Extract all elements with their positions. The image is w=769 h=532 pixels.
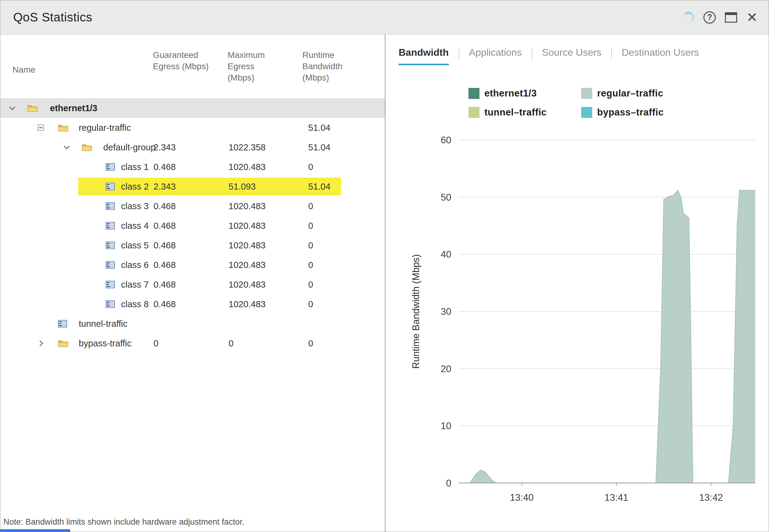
row-label: default-group xyxy=(103,138,156,157)
runtime-value: 0 xyxy=(308,157,313,177)
svg-text:40: 40 xyxy=(441,249,451,260)
maximum-value: 1020.483 xyxy=(228,236,266,255)
chart-area: 010203040506013:4013:4113:42Runtime Band… xyxy=(386,35,769,532)
class-stats-icon xyxy=(106,281,115,289)
row-label: class 2 xyxy=(121,177,149,196)
column-header-guaranteed-egress: Guaranteed Egress (Mbps) xyxy=(153,49,209,72)
maximum-value: 0 xyxy=(228,334,233,353)
folder-icon xyxy=(58,124,68,132)
runtime-value: 0 xyxy=(308,294,313,314)
runtime-value: 51.04 xyxy=(308,138,330,157)
tree-row-class-5[interactable]: class 50.4681020.4830 xyxy=(0,236,385,255)
tree-row-regular-traffic[interactable]: regular-traffic51.04 xyxy=(0,118,385,138)
maximum-value: 1020.483 xyxy=(228,196,266,216)
class-stats-icon xyxy=(106,242,115,249)
svg-text:60: 60 xyxy=(441,135,451,145)
column-header-name: Name xyxy=(13,64,36,75)
tree-row-tunnel-traffic[interactable]: tunnel-traffic xyxy=(0,314,385,334)
folder-icon xyxy=(82,143,92,152)
class-stats-icon xyxy=(106,300,115,308)
titlebar-controls: ? ✕ xyxy=(683,11,769,24)
svg-text:20: 20 xyxy=(441,364,451,374)
column-header-runtime-bandwidth: Runtime Bandwidth (Mbps) xyxy=(302,49,359,83)
bottom-blue-sliver xyxy=(0,529,70,532)
loading-spinner-icon xyxy=(683,12,694,23)
row-label: regular-traffic xyxy=(79,118,131,138)
svg-text:0: 0 xyxy=(446,478,451,489)
row-label: class 5 xyxy=(121,236,149,255)
help-icon[interactable]: ? xyxy=(703,11,716,24)
bandwidth-chart: 010203040506013:4013:4113:42Runtime Band… xyxy=(386,35,769,532)
tree-row-bypass-traffic[interactable]: bypass-traffic000 xyxy=(0,334,385,353)
tree-row-ethernet1-3[interactable]: ethernet1/3 xyxy=(0,98,385,118)
runtime-value: 51.04 xyxy=(308,177,330,196)
runtime-value: 0 xyxy=(308,216,313,236)
guaranteed-value: 0.468 xyxy=(153,294,176,314)
row-label: class 8 xyxy=(121,294,149,314)
guaranteed-value: 0.468 xyxy=(153,275,176,294)
runtime-value: 0 xyxy=(308,196,313,216)
help-glyph: ? xyxy=(707,13,712,22)
guaranteed-value: 0.468 xyxy=(153,255,176,275)
row-label: class 1 xyxy=(121,157,149,177)
tree-row-class-1[interactable]: class 10.4681020.4830 xyxy=(0,157,385,177)
folder-icon xyxy=(27,104,38,112)
qos-tree-panel: Name Guaranteed Egress (Mbps) Maximum Eg… xyxy=(0,35,386,532)
tree-rows: ethernet1/3regular-traffic51.04default-g… xyxy=(0,98,385,353)
tree-header: Name Guaranteed Egress (Mbps) Maximum Eg… xyxy=(0,35,385,98)
titlebar: QoS Statistics ? ✕ xyxy=(0,0,769,35)
row-label: bypass-traffic xyxy=(79,334,131,353)
class-stats-icon xyxy=(106,202,115,210)
tree-row-class-8[interactable]: class 80.4681020.4830 xyxy=(0,294,385,314)
class-stats-icon xyxy=(106,222,115,230)
runtime-value: 0 xyxy=(308,236,313,255)
chevron-right-icon[interactable] xyxy=(37,339,45,347)
close-icon[interactable]: ✕ xyxy=(746,11,758,24)
svg-text:50: 50 xyxy=(441,192,451,203)
chevron-down-icon[interactable] xyxy=(63,143,71,151)
folder-icon xyxy=(58,339,68,348)
bandwidth-note: Note: Bandwidth limits shown include har… xyxy=(3,517,244,527)
guaranteed-value: 2.343 xyxy=(153,138,176,157)
qos-statistics-window: QoS Statistics ? ✕ Name Guaranteed Egres… xyxy=(0,0,769,532)
maximize-icon[interactable] xyxy=(725,12,737,23)
tree-row-class-7[interactable]: class 70.4681020.4830 xyxy=(0,275,385,294)
svg-text:10: 10 xyxy=(441,421,451,431)
runtime-value: 51.04 xyxy=(308,118,330,138)
maximum-value: 1020.483 xyxy=(228,216,266,236)
row-label: tunnel-traffic xyxy=(79,314,127,334)
highlight-overlay xyxy=(78,178,341,195)
class-stats-icon xyxy=(106,261,115,269)
row-label: ethernet1/3 xyxy=(50,98,97,118)
tree-row-class-3[interactable]: class 30.4681020.4830 xyxy=(0,196,385,216)
maximum-value: 1020.483 xyxy=(228,157,266,177)
svg-text:13:41: 13:41 xyxy=(605,492,628,503)
svg-text:Runtime Bandwidth (Mbps): Runtime Bandwidth (Mbps) xyxy=(411,254,421,369)
guaranteed-value: 0.468 xyxy=(153,196,176,216)
class-stats-icon xyxy=(106,183,115,191)
svg-text:30: 30 xyxy=(441,306,451,317)
tree-row-default-group[interactable]: default-group2.3431022.35851.04 xyxy=(0,138,385,157)
maximum-value: 1020.483 xyxy=(228,255,266,275)
row-label: class 3 xyxy=(121,196,149,216)
tree-row-class-2[interactable]: class 22.34351.09351.04 xyxy=(0,177,385,196)
guaranteed-value: 2.343 xyxy=(153,177,176,196)
maximum-value: 1020.483 xyxy=(228,275,266,294)
row-label: class 7 xyxy=(121,275,149,294)
runtime-value: 0 xyxy=(308,275,313,294)
chevron-down-icon[interactable] xyxy=(8,104,16,112)
guaranteed-value: 0.468 xyxy=(153,216,176,236)
maximum-value: 51.093 xyxy=(228,177,256,196)
window-title: QoS Statistics xyxy=(0,10,92,24)
class-stats-icon xyxy=(58,320,67,328)
tree-row-class-6[interactable]: class 60.4681020.4830 xyxy=(0,255,385,275)
svg-text:13:40: 13:40 xyxy=(510,492,534,503)
guaranteed-value: 0.468 xyxy=(153,236,176,255)
class-stats-icon xyxy=(106,163,115,171)
tree-row-class-4[interactable]: class 40.4681020.4830 xyxy=(0,216,385,236)
guaranteed-value: 0 xyxy=(153,334,158,353)
minus-box-icon[interactable] xyxy=(37,124,44,131)
row-label: class 4 xyxy=(121,216,149,236)
row-label: class 6 xyxy=(121,255,149,275)
column-header-maximum-egress: Maximum Egress (Mbps) xyxy=(228,49,281,83)
